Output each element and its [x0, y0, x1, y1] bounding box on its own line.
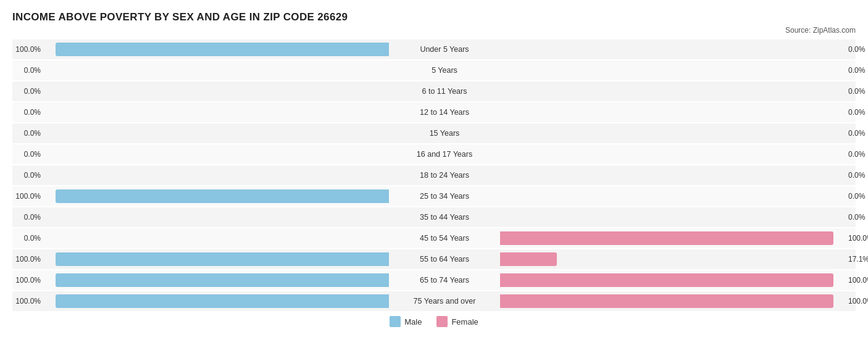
left-side: 100.0%: [12, 273, 389, 287]
right-side: 0.0%: [500, 168, 868, 182]
male-bar-container: [43, 252, 389, 266]
left-side: 0.0%: [12, 106, 389, 119]
left-side: 100.0%: [12, 43, 389, 56]
legend-female-box: [436, 316, 448, 327]
bar-row: 100.0% 75 Years and over 100.0%: [12, 291, 856, 311]
chart-area: 100.0% Under 5 Years 0.0% 0.0% 5 Years 0…: [12, 39, 856, 311]
male-bar-container: [43, 168, 389, 182]
chart-title: INCOME ABOVE POVERTY BY SEX AND AGE IN Z…: [12, 11, 856, 23]
male-bar-container: [43, 294, 389, 308]
male-value: 0.0%: [12, 129, 41, 138]
female-bar-container: [500, 127, 846, 140]
legend-male-label: Male: [404, 317, 422, 326]
male-bar-container: [43, 64, 389, 77]
male-bar-container: [43, 273, 389, 287]
male-value: 100.0%: [12, 297, 41, 306]
age-label: 6 to 11 Years: [389, 87, 500, 96]
female-value: 100.0%: [848, 234, 868, 243]
left-side: 0.0%: [12, 210, 389, 224]
age-label: 35 to 44 Years: [389, 213, 500, 222]
female-bar-container: [500, 231, 846, 245]
male-bar-container: [43, 85, 389, 98]
male-bar-container: [43, 127, 389, 140]
male-value: 100.0%: [12, 276, 41, 285]
age-label: 45 to 54 Years: [389, 234, 500, 243]
left-side: 100.0%: [12, 294, 389, 308]
female-value: 0.0%: [848, 108, 868, 117]
female-bar-container: [500, 64, 846, 77]
legend-male-box: [390, 316, 401, 327]
female-bar: [500, 294, 833, 308]
right-side: 0.0%: [500, 64, 868, 77]
female-bar-container: [500, 43, 846, 56]
female-value: 0.0%: [848, 66, 868, 75]
female-bar-container: [500, 106, 846, 119]
left-side: 0.0%: [12, 64, 389, 77]
bar-row: 0.0% 5 Years 0.0%: [12, 60, 856, 80]
age-label: 18 to 24 Years: [389, 171, 500, 180]
right-side: 0.0%: [500, 210, 868, 224]
male-bar-container: [43, 231, 389, 245]
male-bar: [56, 294, 389, 308]
female-value: 0.0%: [848, 213, 868, 222]
bar-row: 0.0% 15 Years 0.0%: [12, 123, 856, 143]
female-bar-container: [500, 189, 846, 203]
female-bar: [500, 231, 833, 245]
male-bar-container: [43, 43, 389, 56]
left-side: 0.0%: [12, 231, 389, 245]
female-bar-container: [500, 210, 846, 224]
male-bar: [56, 189, 389, 203]
male-value: 100.0%: [12, 192, 41, 201]
source-label: Source: ZipAtlas.com: [12, 26, 856, 35]
male-value: 0.0%: [12, 234, 41, 243]
female-bar-container: [500, 85, 846, 98]
legend-female: Female: [436, 316, 478, 327]
male-value: 100.0%: [12, 45, 41, 54]
male-value: 0.0%: [12, 150, 41, 159]
female-bar-container: [500, 294, 846, 308]
right-side: 100.0%: [500, 231, 868, 245]
left-side: 0.0%: [12, 148, 389, 161]
male-bar-container: [43, 106, 389, 119]
female-value: 100.0%: [848, 276, 868, 285]
female-value: 0.0%: [848, 129, 868, 138]
age-label: 16 and 17 Years: [389, 150, 500, 159]
female-bar-container: [500, 273, 846, 287]
age-label: Under 5 Years: [389, 45, 500, 54]
age-label: 75 Years and over: [389, 297, 500, 306]
male-value: 0.0%: [12, 171, 41, 180]
right-side: 0.0%: [500, 127, 868, 140]
right-side: 0.0%: [500, 189, 868, 203]
female-bar-container: [500, 148, 846, 161]
left-side: 100.0%: [12, 252, 389, 266]
right-side: 100.0%: [500, 273, 868, 287]
bar-row: 100.0% 65 to 74 Years 100.0%: [12, 270, 856, 290]
age-label: 55 to 64 Years: [389, 255, 500, 264]
left-side: 100.0%: [12, 189, 389, 203]
female-value: 0.0%: [848, 192, 868, 201]
age-label: 15 Years: [389, 129, 500, 138]
bar-row: 0.0% 35 to 44 Years 0.0%: [12, 207, 856, 227]
age-label: 12 to 14 Years: [389, 108, 500, 117]
legend: Male Female: [12, 316, 856, 327]
female-value: 0.0%: [848, 45, 868, 54]
female-bar-container: [500, 252, 846, 266]
age-label: 5 Years: [389, 66, 500, 75]
female-bar: [500, 273, 833, 287]
legend-female-label: Female: [451, 317, 478, 326]
female-value: 0.0%: [848, 150, 868, 159]
female-value: 0.0%: [848, 171, 868, 180]
bar-row: 0.0% 6 to 11 Years 0.0%: [12, 81, 856, 101]
male-value: 0.0%: [12, 66, 41, 75]
male-bar: [56, 273, 389, 287]
female-value: 100.0%: [848, 297, 868, 306]
bar-row: 0.0% 12 to 14 Years 0.0%: [12, 102, 856, 122]
male-bar: [56, 43, 389, 56]
right-side: 100.0%: [500, 294, 868, 308]
bar-row: 100.0% Under 5 Years 0.0%: [12, 39, 856, 59]
right-side: 0.0%: [500, 106, 868, 119]
bar-row: 0.0% 45 to 54 Years 100.0%: [12, 228, 856, 248]
bar-row: 100.0% 25 to 34 Years 0.0%: [12, 186, 856, 206]
left-side: 0.0%: [12, 127, 389, 140]
left-side: 0.0%: [12, 168, 389, 182]
